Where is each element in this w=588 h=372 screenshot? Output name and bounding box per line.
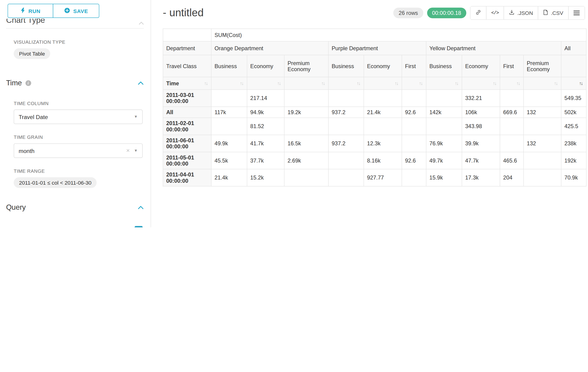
pivot-time-label[interactable]: Time↑↓: [163, 77, 211, 89]
section-divider: [6, 28, 144, 29]
value-cell: [500, 118, 523, 135]
value-cell: 92.6: [402, 107, 426, 118]
value-cell: [211, 89, 247, 107]
sort-icon[interactable]: ↑↓: [357, 81, 360, 85]
metric-header-row: SUM(Cost): [163, 29, 586, 41]
export-button-group: </> .JSON: [470, 6, 585, 20]
value-cell: 937.2: [328, 135, 364, 152]
pivot-column-header: Business: [211, 55, 247, 77]
metrics-label: METRICS +: [14, 226, 143, 227]
value-cell: [524, 118, 561, 135]
pivot-sort-cell[interactable]: ↑↓: [402, 77, 426, 89]
pivot-sort-cell[interactable]: ↑↓: [211, 77, 247, 89]
column-header-row: Travel ClassBusinessEconomyPremium Econo…: [163, 55, 586, 77]
pivot-column-header: Economy: [364, 55, 402, 77]
value-cell: [284, 118, 328, 135]
row-label: All: [163, 107, 211, 118]
pivot-column-header: Business: [426, 55, 462, 77]
row-label: 2011-05-01 00:00:00: [163, 152, 211, 169]
value-cell: 39.9k: [462, 135, 500, 152]
sort-icon[interactable]: ↑↓: [419, 81, 423, 85]
sort-icon[interactable]: ↑↓: [277, 81, 281, 85]
sort-icon[interactable]: ↑↓: [516, 81, 520, 85]
value-cell: [426, 118, 462, 135]
save-button-label: SAVE: [73, 8, 88, 14]
value-cell: 12.3k: [364, 135, 402, 152]
run-button[interactable]: RUN: [8, 4, 53, 18]
value-cell: 49.7k: [426, 152, 462, 169]
sort-icon[interactable]: ↑↓: [395, 81, 399, 85]
value-cell: [364, 118, 402, 135]
pivot-sort-cell[interactable]: ↑↓: [500, 77, 523, 89]
add-metric-button[interactable]: +: [135, 226, 142, 227]
value-cell: 132: [524, 135, 561, 152]
pivot-sort-cell[interactable]: ↑↓: [284, 77, 328, 89]
pivot-column-group: Orange Department: [211, 41, 328, 55]
table-row: 2011-05-01 00:00:0045.5k37.7k2.69k8.16k9…: [163, 152, 586, 169]
pivot-sort-cell[interactable]: ↑↓: [364, 77, 402, 89]
query-section-title: Query: [6, 203, 26, 212]
value-cell: 669.6: [500, 107, 523, 118]
pivot-column-header: Economy: [247, 55, 284, 77]
time-column-label: TIME COLUMN: [14, 101, 143, 106]
value-cell: [284, 169, 328, 186]
value-cell: [328, 118, 364, 135]
sort-icon[interactable]: ↑↓: [455, 81, 459, 85]
time-grain-label: TIME GRAIN: [14, 135, 143, 140]
link-icon: [475, 10, 481, 16]
chart-type-heading: Chart Type: [6, 19, 45, 25]
chart-type-section-header: Chart Type: [0, 19, 151, 25]
time-column-select[interactable]: Travel Date ▼: [14, 109, 143, 124]
pivot-corner-cell: [163, 29, 211, 41]
value-cell: 238k: [561, 135, 586, 152]
pivot-sort-cell[interactable]: ↑↓: [561, 77, 586, 89]
value-cell: 343.98: [462, 118, 500, 135]
row-label: 2011-06-01 00:00:00: [163, 135, 211, 152]
share-link-button[interactable]: [470, 7, 486, 20]
time-grain-select[interactable]: month × ▼: [14, 143, 143, 158]
value-cell: 927.77: [364, 169, 402, 186]
sort-icon[interactable]: ↑↓: [554, 81, 558, 85]
chevron-up-icon[interactable]: [138, 80, 143, 86]
chevron-up-icon[interactable]: [139, 19, 144, 25]
code-icon: </>: [491, 10, 499, 16]
pivot-column-group: Purple Department: [328, 41, 426, 55]
pivot-sort-cell[interactable]: ↑↓: [524, 77, 561, 89]
table-row: 2011-03-01 00:00:00217.14332.21549.35: [163, 89, 586, 107]
value-cell: 76.9k: [426, 135, 462, 152]
save-button[interactable]: SAVE: [53, 4, 99, 18]
sort-icon[interactable]: ↑↓: [204, 81, 208, 85]
chart-panel: - untitled 26 rows 00:00:00.18 </>: [151, 0, 588, 227]
pivot-sort-cell[interactable]: ↑↓: [328, 77, 364, 89]
clear-icon[interactable]: ×: [126, 148, 130, 154]
menu-button[interactable]: [568, 7, 585, 20]
value-cell: [364, 89, 402, 107]
value-cell: 15.9k: [426, 169, 462, 186]
pivot-table-container: SUM(Cost)DepartmentOrange DepartmentPurp…: [163, 29, 588, 186]
chevron-up-icon[interactable]: [138, 204, 143, 211]
row-label: 2011-03-01 00:00:00: [163, 89, 211, 107]
value-cell: 192k: [561, 152, 586, 169]
time-range-label: TIME RANGE: [14, 169, 143, 174]
sort-icon[interactable]: ↑↓: [493, 81, 497, 85]
export-json-button[interactable]: .JSON: [504, 7, 538, 20]
sort-icon[interactable]: ↑↓: [321, 81, 325, 85]
embed-code-button[interactable]: </>: [486, 7, 504, 20]
sort-icon[interactable]: ↑↓: [579, 81, 583, 85]
export-csv-button[interactable]: .CSV: [538, 7, 568, 20]
column-group-row: DepartmentOrange DepartmentPurple Depart…: [163, 41, 586, 55]
hamburger-menu-icon: [574, 11, 580, 15]
chart-header: - untitled 26 rows 00:00:00.18 </>: [163, 0, 588, 20]
pivot-sort-cell[interactable]: ↑↓: [462, 77, 500, 89]
export-json-label: .JSON: [517, 10, 533, 16]
pivot-sort-cell[interactable]: ↑↓: [247, 77, 284, 89]
table-row: 2011-06-01 00:00:0049.9k41.7k16.5k937.21…: [163, 135, 586, 152]
value-cell: [524, 152, 561, 169]
value-cell: 937.2: [328, 107, 364, 118]
pivot-sort-cell[interactable]: ↑↓: [426, 77, 462, 89]
time-range-value[interactable]: 2011-01-01 ≤ col < 2011-06-30: [14, 177, 97, 188]
value-cell: 117k: [211, 107, 247, 118]
visualization-type-value[interactable]: Pivot Table: [14, 48, 50, 59]
sort-icon[interactable]: ↑↓: [240, 81, 244, 85]
table-row: 2011-02-01 00:00:0081.52343.98425.5: [163, 118, 586, 135]
